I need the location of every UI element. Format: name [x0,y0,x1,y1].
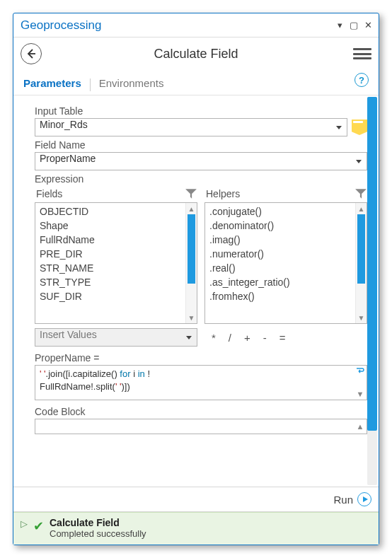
scroll-thumb[interactable] [367,97,377,431]
list-item[interactable]: .imag() [205,233,367,247]
op-equals[interactable]: = [279,332,286,344]
fields-filter-icon[interactable] [185,187,197,200]
list-item[interactable]: .denominator() [205,219,367,233]
run-bar: Run [13,487,379,512]
input-table-dropdown[interactable]: Minor_Rds [35,118,347,136]
status-bar: ▷ ✔ Calculate Field Completed successful… [13,512,379,545]
code-block-label: Code Block [35,406,367,417]
helpers-scrollbar[interactable]: ▲ ▼ [355,203,367,323]
expression-label: Expression [35,173,367,185]
fields-listbox[interactable]: OBJECTID Shape FullRdName PRE_DIR STR_NA… [35,202,197,324]
wrap-toggle-icon[interactable] [354,366,367,377]
list-item[interactable]: STR_NAME [35,261,197,275]
op-plus[interactable]: + [244,332,250,344]
expand-status-icon[interactable]: ▷ [21,518,28,529]
restore-icon[interactable]: ▢ [347,19,360,32]
scroll-up-icon[interactable]: ▲ [186,203,197,214]
scroll-down-icon[interactable]: ▼ [186,312,197,323]
op-multiply[interactable]: * [212,332,216,344]
list-item[interactable]: PRE_DIR [35,247,197,261]
run-button[interactable]: Run [333,492,371,506]
field-name-label: Field Name [35,139,367,151]
content-scrollbar[interactable] [367,97,377,485]
list-item[interactable]: .numerator() [205,247,367,261]
insert-values-label: Insert Values [40,329,97,340]
list-item[interactable]: .as_integer_ratio() [205,275,367,289]
geoprocessing-pane: Geoprocessing ▾ ▢ ✕ Calculate Field Para… [13,13,379,545]
dropdown-icon[interactable]: ▾ [333,19,346,32]
close-icon[interactable]: ✕ [362,19,374,32]
list-item[interactable]: SUF_DIR [35,289,197,303]
tab-environments[interactable]: Environments [98,74,166,95]
scroll-thumb[interactable] [188,214,195,284]
list-item[interactable]: OBJECTID [35,204,197,219]
expression-target-label: ProperName = [35,352,367,364]
list-item[interactable]: Shape [35,219,197,233]
operator-buttons: * / + - = [204,332,367,344]
run-label: Run [333,494,353,506]
tab-parameters[interactable]: Parameters [22,74,83,95]
expression-textbox[interactable]: ' '.join([i.capitalize() for i in ! Full… [35,365,367,400]
success-check-icon: ✔ [33,518,44,534]
field-name-dropdown[interactable]: ProperName [35,152,367,170]
status-title: Calculate Field [50,517,146,528]
scroll-thumb[interactable] [357,214,365,284]
helpers-label: Helpers [206,188,354,199]
fields-label: Fields [36,188,185,199]
play-icon [357,492,371,506]
op-minus[interactable]: - [263,332,267,344]
list-item[interactable]: FullRdName [35,233,197,247]
tab-bar: Parameters Environments ? [13,70,379,95]
scroll-up-icon[interactable]: ▲ [356,203,367,214]
browse-layer-icon[interactable] [352,120,367,135]
tool-header: Calculate Field [13,37,379,70]
scroll-down-icon[interactable]: ▼ [356,312,367,323]
fields-scrollbar[interactable]: ▲ ▼ [185,203,197,323]
list-item[interactable]: .real() [205,261,367,275]
list-item[interactable]: .fromhex() [205,289,367,303]
list-item[interactable]: .conjugate() [205,204,367,219]
scroll-down-icon[interactable]: ▼ [354,388,367,400]
tool-title: Calculate Field [13,47,379,62]
scroll-up-icon[interactable]: ▲ [354,419,367,434]
helpers-listbox[interactable]: .conjugate() .denominator() .imag() .num… [204,202,367,324]
input-table-label: Input Table [35,105,367,117]
window-title: Geoprocessing [21,18,333,33]
insert-values-dropdown[interactable]: Insert Values [35,328,197,347]
list-item[interactable]: STR_TYPE [35,275,197,289]
titlebar: Geoprocessing ▾ ▢ ✕ [13,13,379,37]
field-name-value: ProperName [40,153,96,164]
op-divide[interactable]: / [229,332,231,344]
status-message: Completed successfully [50,528,146,539]
parameters-content: Input Table Minor_Rds Field Name ProperN… [13,95,379,487]
input-table-value: Minor_Rds [40,119,88,130]
helpers-filter-icon[interactable] [354,187,367,200]
code-block-textbox[interactable]: ▲ [35,419,367,434]
help-button[interactable]: ? [354,73,369,87]
